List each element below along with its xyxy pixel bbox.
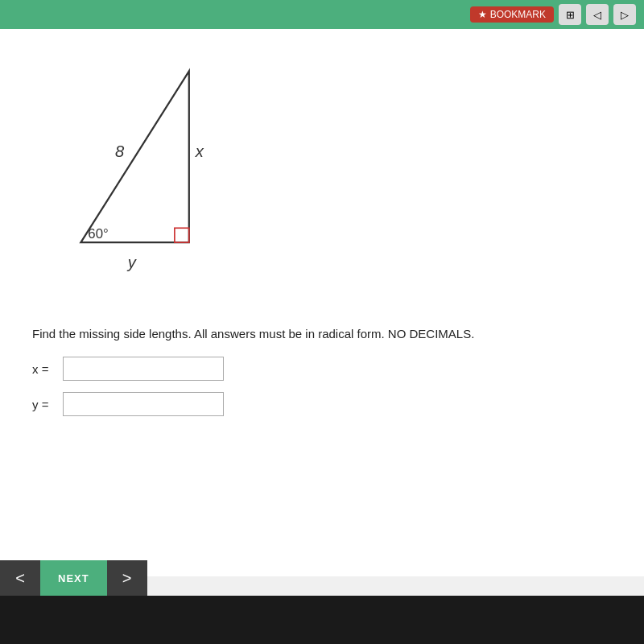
y-label: y =	[32, 398, 56, 411]
footer-bar	[0, 596, 644, 644]
bookmark-button[interactable]: ★ BOOKMARK	[470, 6, 554, 23]
next-arrow-icon: >	[122, 569, 132, 588]
grid-icon: ⊞	[566, 9, 575, 21]
x-label: x =	[32, 362, 56, 376]
bottom-navigation: < NEXT >	[0, 560, 644, 596]
prev-button[interactable]: <	[0, 560, 40, 596]
svg-rect-1	[175, 228, 189, 242]
x-input[interactable]	[63, 357, 224, 381]
prev-icon-button[interactable]: ◁	[586, 4, 609, 25]
prev-icon: ◁	[593, 9, 601, 21]
prev-arrow-icon: <	[15, 569, 25, 588]
y-input-row: y =	[32, 392, 612, 416]
y-input[interactable]	[63, 392, 224, 416]
next-icon: ▷	[621, 9, 629, 21]
hypotenuse-label: 8	[115, 142, 125, 160]
next-arrow-button[interactable]: >	[107, 560, 147, 596]
bookmark-icon: ★	[478, 9, 487, 20]
diagram-area: 8 x 60° y	[32, 53, 612, 279]
main-content: 8 x 60° y Find the missing side lengths.…	[0, 29, 644, 576]
question-text: Find the missing side lengths. All answe…	[32, 327, 612, 341]
angle-label: 60°	[88, 226, 108, 242]
grid-button[interactable]: ⊞	[559, 4, 581, 25]
bookmark-label: BOOKMARK	[490, 9, 546, 20]
horizontal-label: y	[126, 254, 138, 271]
next-icon-button[interactable]: ▷	[613, 4, 636, 25]
next-label: NEXT	[58, 572, 89, 584]
svg-marker-0	[80, 71, 188, 242]
x-input-row: x =	[32, 357, 612, 381]
vertical-label: x	[195, 142, 204, 160]
top-bar: ★ BOOKMARK ⊞ ◁ ▷	[0, 0, 644, 29]
next-button[interactable]: NEXT	[40, 560, 107, 596]
triangle-diagram: 8 x 60° y	[48, 53, 258, 279]
